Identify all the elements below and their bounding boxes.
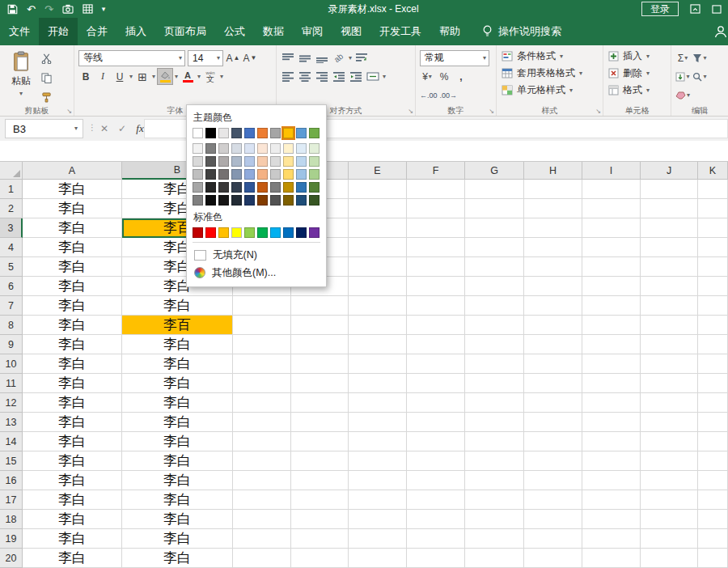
cell-F14[interactable]	[407, 432, 465, 451]
copy-icon[interactable]	[41, 72, 52, 87]
row-header-16[interactable]: 16	[0, 471, 23, 490]
decrease-font-size-button[interactable]: A▼	[243, 50, 257, 66]
color-swatch[interactable]	[283, 182, 294, 193]
cell-H12[interactable]	[524, 393, 582, 413]
cell-J2[interactable]	[641, 199, 698, 218]
fill-color-chevron-icon[interactable]: ▾	[175, 74, 178, 80]
autosum-button[interactable]: Σ▾	[675, 50, 690, 66]
cell-B20[interactable]: 李白	[122, 549, 233, 568]
cell-D20[interactable]	[291, 549, 349, 568]
decrease-indent-icon[interactable]	[332, 69, 346, 84]
fill-down-icon[interactable]: ▾	[675, 69, 690, 84]
cell-E11[interactable]	[349, 374, 407, 393]
color-swatch[interactable]	[244, 182, 255, 193]
align-top-icon[interactable]	[281, 50, 295, 66]
orientation-chevron-icon[interactable]: ▾	[349, 55, 352, 61]
align-left-icon[interactable]	[281, 69, 295, 84]
color-swatch[interactable]	[270, 195, 281, 206]
color-swatch[interactable]	[205, 128, 216, 138]
styles-dialog-launcher-icon[interactable]: ↘	[595, 108, 601, 115]
cell-J12[interactable]	[641, 393, 698, 413]
cell-A11[interactable]: 李白	[23, 374, 122, 393]
cell-E8[interactable]	[349, 316, 407, 335]
color-swatch[interactable]	[244, 128, 255, 138]
color-swatch[interactable]	[205, 227, 216, 238]
cell-K7[interactable]	[698, 296, 728, 316]
row-header-13[interactable]: 13	[0, 413, 23, 432]
cell-D8[interactable]	[291, 316, 349, 335]
cell-F19[interactable]	[407, 529, 465, 549]
cell-E6[interactable]	[349, 277, 407, 296]
color-swatch[interactable]	[296, 195, 307, 206]
color-swatch[interactable]	[257, 227, 268, 238]
cell-H2[interactable]	[524, 199, 582, 218]
cell-K1[interactable]	[698, 180, 728, 199]
cell-K19[interactable]	[698, 529, 728, 549]
cell-F10[interactable]	[407, 354, 465, 374]
color-swatch[interactable]	[218, 128, 229, 138]
color-swatch[interactable]	[270, 143, 281, 154]
column-header-F[interactable]: F	[407, 162, 465, 180]
cell-F9[interactable]	[407, 335, 465, 354]
cell-E15[interactable]	[349, 451, 407, 471]
cell-F7[interactable]	[407, 296, 465, 316]
cell-G20[interactable]	[465, 549, 524, 568]
color-swatch[interactable]	[270, 156, 281, 167]
cell-K13[interactable]	[698, 413, 728, 432]
color-swatch[interactable]	[257, 195, 268, 206]
color-swatch[interactable]	[296, 227, 307, 238]
account-person-icon[interactable]	[713, 24, 728, 39]
cell-F5[interactable]	[407, 257, 465, 277]
cell-A4[interactable]: 李白	[23, 238, 122, 257]
cell-H7[interactable]	[524, 296, 582, 316]
cell-B13[interactable]: 李白	[122, 413, 233, 432]
cell-G5[interactable]	[465, 257, 524, 277]
cell-E20[interactable]	[349, 549, 407, 568]
redo-icon[interactable]: ↷	[44, 4, 53, 15]
color-swatch[interactable]	[193, 182, 203, 193]
cell-I17[interactable]	[582, 490, 641, 510]
cell-I19[interactable]	[582, 529, 641, 549]
color-swatch[interactable]	[244, 169, 255, 180]
alignment-dialog-launcher-icon[interactable]: ↘	[408, 108, 413, 115]
cell-E19[interactable]	[349, 529, 407, 549]
color-swatch[interactable]	[283, 169, 294, 180]
cell-A2[interactable]: 李白	[23, 199, 122, 218]
color-swatch[interactable]	[309, 156, 320, 167]
color-swatch[interactable]	[193, 195, 203, 206]
save-icon[interactable]	[7, 4, 18, 15]
cut-icon[interactable]	[41, 53, 52, 67]
align-middle-icon[interactable]	[298, 50, 312, 66]
borders-chevron-icon[interactable]: ▾	[152, 74, 155, 80]
column-header-K[interactable]: K	[698, 162, 728, 180]
table-icon[interactable]	[83, 4, 93, 14]
cell-B8[interactable]: 李百	[122, 316, 233, 335]
cell-J16[interactable]	[641, 471, 698, 490]
cell-K8[interactable]	[698, 316, 728, 335]
cell-H1[interactable]	[524, 180, 582, 199]
column-header-E[interactable]: E	[349, 162, 407, 180]
cell-K17[interactable]	[698, 490, 728, 510]
cell-D19[interactable]	[291, 529, 349, 549]
align-bottom-icon[interactable]	[315, 50, 329, 66]
font-name-combo[interactable]: 等线▾	[78, 50, 185, 66]
cell-K12[interactable]	[698, 393, 728, 413]
color-swatch[interactable]	[309, 143, 320, 154]
color-swatch[interactable]	[296, 169, 307, 180]
cell-I4[interactable]	[582, 238, 641, 257]
tab-data[interactable]: 数据	[254, 18, 293, 45]
cell-J13[interactable]	[641, 413, 698, 432]
cell-J17[interactable]	[641, 490, 698, 510]
orientation-button[interactable]: ab	[332, 50, 346, 66]
cell-K4[interactable]	[698, 238, 728, 257]
cell-J8[interactable]	[641, 316, 698, 335]
phonetic-chevron-icon[interactable]: ▾	[220, 74, 223, 80]
color-swatch[interactable]	[244, 227, 255, 238]
tab-developer[interactable]: 开发工具	[370, 18, 430, 45]
cell-D10[interactable]	[291, 354, 349, 374]
cell-G1[interactable]	[465, 180, 524, 199]
cell-F4[interactable]	[407, 238, 465, 257]
row-header-18[interactable]: 18	[0, 510, 23, 529]
row-header-4[interactable]: 4	[0, 238, 23, 257]
tab-home[interactable]: 开始	[39, 18, 78, 45]
